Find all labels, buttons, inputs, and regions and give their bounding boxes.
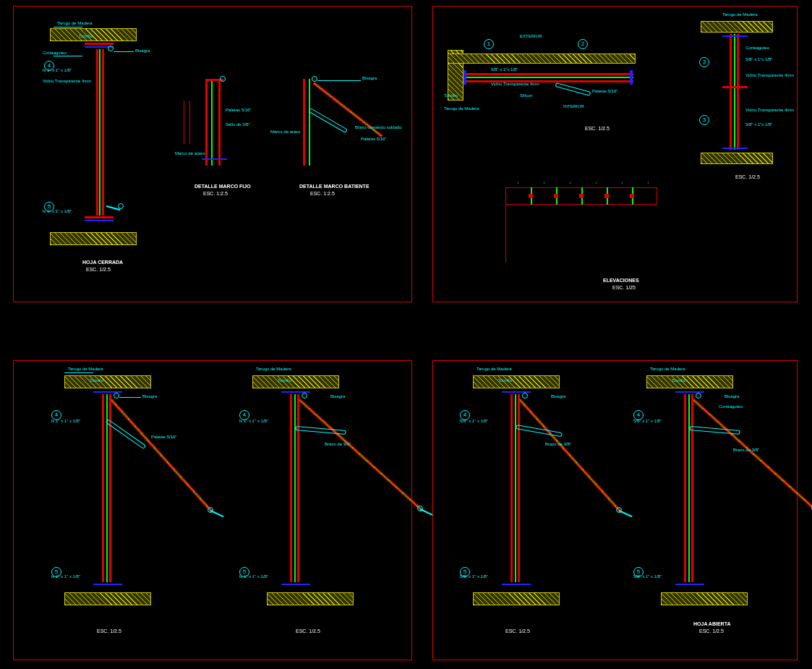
scale-bl-r: ESC. 1/2.5 bbox=[296, 628, 320, 634]
lbl-bisagra-blr: Bisagra bbox=[330, 394, 345, 399]
label-vidrio-plan: Vidrio Transparente 4mm bbox=[491, 82, 539, 87]
section-marco-batiente: Bisagra Brazo comando soldado Paletas 5/… bbox=[289, 79, 404, 195]
label-tarugo-plan: Tarugo de Madera bbox=[444, 106, 479, 111]
title-hoja-abierta: HOJA ABIERTA bbox=[693, 621, 730, 627]
lbl-tarugo-blr: Tarugo de Madera bbox=[256, 367, 291, 372]
plan-section: 1 2 EXTERIOR INTERIOR 5/8" x 1"x 1/8" Vi… bbox=[448, 35, 650, 122]
lbl-ls-bl: ls 1" x 1" x 1/8" bbox=[51, 419, 80, 424]
label-marco2: Marco de acero bbox=[270, 129, 301, 135]
section-marco-fijo: Paletas 5/16" Sello de 3/8" Marco de ace… bbox=[184, 79, 263, 195]
scale-bl-l: ESC. 1/2.5 bbox=[97, 628, 121, 634]
label-ls-r: 5/8" x 1"x 1/8" bbox=[745, 57, 772, 62]
scale-hoja-cerrada: ESC. 1/2.5 bbox=[86, 267, 111, 273]
lbl-brazo-br: Brazo de 3/8" bbox=[545, 442, 571, 447]
lbl-ls-blr2: ls 1" x 1" x 1/8" bbox=[239, 574, 268, 579]
bl-right: 4 5 Tarugo de Madera Tornillo Bisagra Br… bbox=[231, 375, 404, 628]
lbl-bisagra-br: Bisagra bbox=[551, 394, 565, 399]
title-marco-fijo: DETALLE MARCO FIJO bbox=[195, 184, 251, 189]
label-vidrio-r2: Vidrio Transparente 4mm bbox=[745, 108, 794, 113]
lbl-paletas-bl: Paletas 5/16" bbox=[151, 435, 177, 440]
lbl-tornillo-brr: Tornillo bbox=[672, 378, 685, 383]
label-tornillo: Tornillo bbox=[79, 34, 93, 39]
lbl-ls-br2: 5/8" x 1" x 1/8" bbox=[460, 574, 488, 579]
lbl-brazo-blr: Brazo de 3/8" bbox=[325, 442, 351, 447]
title-hoja-cerrada: HOJA CERRADA bbox=[82, 260, 123, 265]
lbl-ls-br: 5/8" x 1" x 1/8" bbox=[460, 419, 488, 424]
label-paletas-plan: Paletas 5/16" bbox=[592, 89, 618, 94]
label-bisagra: Bisagra bbox=[135, 48, 150, 54]
title-elev: ELEVACIONES bbox=[603, 278, 639, 284]
section-closed: 4 5 Tarugo de Madera Tornillo Cortaagote… bbox=[28, 21, 166, 267]
lbl-tornillo-blr: Tornillo bbox=[278, 378, 291, 383]
label-tarugo: Tarugo de Madera bbox=[57, 21, 93, 26]
marker-3a: 3 bbox=[699, 57, 709, 67]
scale-marco-fijo: ESC. 1:2.5 bbox=[203, 191, 228, 197]
label-marco: Marco de acero bbox=[175, 151, 205, 156]
right-vertical-section: 3 3 Cortaagoteo 5/8" x 1"x 1/8" Vidrio T… bbox=[679, 21, 787, 173]
marker-1: 1 bbox=[484, 39, 494, 49]
lbl-ls-bl2: ls 1" x 1" x 1/8" bbox=[51, 574, 80, 579]
scale-br-l: ESC. 1/2.5 bbox=[505, 628, 530, 634]
br-right: 4 5 Tarugo de Madera Tornillo Bisagra Co… bbox=[625, 375, 791, 628]
lbl-tornillo-bl: Tornillo bbox=[90, 378, 103, 383]
label-tornillo-plan: Tornillo bbox=[444, 93, 458, 98]
panel-bl: 4 5 Tarugo de Madera Tornillo ls 1" x 1"… bbox=[13, 360, 412, 660]
label-brazo: Brazo comando soldado bbox=[355, 125, 402, 130]
lbl-tarugo-bl: Tarugo de Madera bbox=[68, 367, 103, 372]
scale-plan: ESC. 1/2.5 bbox=[585, 126, 610, 132]
lbl-tarugo-brr: Tarugo de Madera bbox=[650, 367, 685, 372]
lbl-tarugo-br: Tarugo de Madera bbox=[476, 367, 512, 372]
label-tarugo-r: Tarugo de Madera bbox=[722, 12, 758, 17]
label-cortagua: Cortaagoteo bbox=[43, 51, 67, 56]
label-paletas2: Paletas 5/16" bbox=[361, 137, 387, 142]
label-ls-r2: 5/8" x 1"x 1/8" bbox=[745, 122, 772, 127]
label-bisagra2: Bisagra bbox=[362, 76, 377, 81]
lbl-ls-brr: 5/8" x 1" x 1/8" bbox=[633, 419, 662, 424]
scale-elev: ESC. 1/25 bbox=[612, 285, 636, 291]
label-ls-bot: ls 1" x 1" x 1/8" bbox=[43, 209, 72, 214]
label-interior: INTERIOR bbox=[563, 104, 584, 109]
lbl-ls-blr: ls 1" x 1" x 1/8" bbox=[239, 419, 268, 424]
label-cortagua-r: Cortaagoteo bbox=[745, 46, 769, 51]
label-paletas: Paletas 5/16" bbox=[226, 108, 252, 113]
panel-hoja-cerrada: 4 5 Tarugo de Madera Tornillo Cortaagote… bbox=[13, 6, 412, 302]
scale-br-r: ESC. 1/2.5 bbox=[699, 628, 724, 634]
panel-elevations: 1 2 EXTERIOR INTERIOR 5/8" x 1"x 1/8" Vi… bbox=[432, 6, 798, 302]
title-marco-bat: DETALLE MARCO BATIENTE bbox=[299, 184, 369, 189]
label-exterior: EXTERIOR bbox=[520, 34, 542, 39]
lbl-ls-brr2: 5/8" x 1" x 1/8" bbox=[633, 574, 662, 579]
lbl-tornillo-br: Tornillo bbox=[498, 378, 512, 383]
lbl-brazo-brr: Brazo de 3/8" bbox=[733, 448, 759, 453]
bl-left: 4 5 Tarugo de Madera Tornillo ls 1" x 1"… bbox=[43, 375, 209, 628]
lbl-bisagra-brr: Bisagra bbox=[725, 394, 739, 399]
elevation: ↓ ↓ ↓ ↓ ↓ ↓ bbox=[505, 187, 686, 274]
label-ls-plan: 5/8" x 1"x 1/8" bbox=[491, 67, 518, 72]
label-vidrio: Vidrio Transparente 4mm bbox=[43, 79, 91, 84]
scale-marco-bat: ESC. 1:2.5 bbox=[310, 191, 335, 197]
label-silicon: Silicon bbox=[520, 93, 533, 98]
label-vidrio-r: Vidrio Transparente 4mm bbox=[745, 73, 794, 78]
scale-right-sect: ESC. 1/2.5 bbox=[735, 174, 760, 180]
marker-2: 2 bbox=[578, 39, 588, 49]
label-ls: ls 1" x 1" x 1/8" bbox=[43, 68, 72, 73]
br-left: 4 5 Tarugo de Madera Tornillo Bisagra 5/… bbox=[451, 375, 617, 628]
label-sello: Sello de 3/8" bbox=[226, 122, 250, 127]
marker-3b: 3 bbox=[699, 115, 709, 125]
lbl-bisagra-bl: Bisagra bbox=[142, 394, 157, 399]
lbl-cortagua-brr: Cortaagoteo bbox=[719, 404, 743, 409]
panel-br: 4 5 Tarugo de Madera Tornillo Bisagra 5/… bbox=[432, 360, 798, 660]
